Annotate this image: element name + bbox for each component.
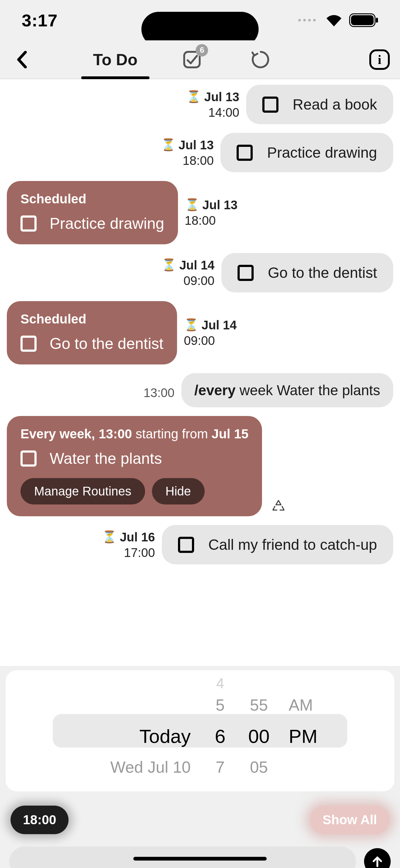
bottom-bar: 18:00 Show All: [0, 791, 400, 868]
routine-subtitle: Every week, 13:00 starting from Jul 15: [21, 427, 248, 441]
task-checkbox[interactable]: [237, 265, 254, 281]
completed-badge: 6: [196, 44, 208, 57]
history-button[interactable]: [249, 49, 272, 71]
tab-todo[interactable]: To Do: [93, 40, 137, 79]
picker-row[interactable]: [6, 781, 394, 791]
hourglass-icon: ⏳: [161, 137, 175, 152]
task-timestamp: ⏳Jul 14 09:00: [162, 257, 214, 288]
hourglass-icon: ⏳: [162, 258, 176, 273]
scheduled-title: Scheduled: [21, 312, 86, 327]
back-button[interactable]: [9, 47, 34, 72]
task-row: ⏳Jul 13 18:00 Practice drawing: [7, 133, 393, 172]
scheduled-bubble[interactable]: Scheduled Practice drawing: [7, 181, 178, 244]
task-label: Go to the dentist: [268, 264, 377, 281]
cellular-dots-icon: [298, 19, 316, 22]
picker-date[interactable]: Today: [70, 725, 203, 747]
picker-ampm[interactable]: PM: [280, 725, 330, 747]
status-bar: 3:17: [0, 0, 400, 40]
picker-row[interactable]: 4: [6, 676, 394, 691]
task-timestamp: ⏳Jul 14 09:00: [184, 317, 237, 348]
picker-row[interactable]: Wed Jul 10705: [6, 753, 394, 781]
status-right: [298, 13, 378, 27]
response-row: Scheduled Practice drawing ⏳Jul 13 18:00: [7, 181, 393, 244]
task-bubble[interactable]: Practice drawing: [221, 133, 393, 172]
info-icon: i: [369, 49, 390, 70]
task-row: ⏳Jul 13 14:00 Read a book: [7, 85, 393, 124]
task-row: 13:00 /every week Water the plants: [7, 373, 393, 407]
command-rest: week Water the plants: [236, 382, 380, 398]
wifi-icon: [326, 14, 342, 26]
home-indicator: [133, 857, 267, 861]
task-label: Read a book: [293, 96, 377, 113]
manage-routines-button[interactable]: Manage Routines: [21, 478, 145, 504]
hourglass-icon: ⏳: [102, 530, 116, 545]
svg-rect-2: [376, 18, 378, 23]
response-row: Scheduled Go to the dentist ⏳Jul 14 09:0…: [7, 301, 393, 365]
task-bubble[interactable]: Call my friend to catch-up: [162, 525, 393, 564]
scheduled-bubble[interactable]: Scheduled Go to the dentist: [7, 301, 177, 365]
scheduled-title: Scheduled: [21, 191, 86, 207]
recycle-icon: [271, 499, 286, 515]
app-header: To Do 6 i: [0, 40, 400, 79]
task-label: Practice drawing: [267, 144, 377, 161]
task-label: Go to the dentist: [49, 335, 163, 353]
hide-button[interactable]: Hide: [152, 478, 205, 504]
hourglass-icon: ⏳: [186, 89, 201, 104]
datetime-picker[interactable]: 4 555AM Today 6 00 PM Wed Jul 10705: [6, 670, 394, 791]
task-label: Water the plants: [49, 450, 162, 468]
tab-todo-label: To Do: [93, 50, 137, 69]
picker-minute[interactable]: 00: [237, 725, 280, 747]
hourglass-icon: ⏳: [184, 318, 198, 333]
picker-row-selected[interactable]: Today 6 00 PM: [6, 719, 394, 753]
svg-rect-1: [351, 15, 374, 25]
info-button[interactable]: i: [368, 49, 391, 71]
task-label: Practice drawing: [49, 215, 164, 232]
task-bubble[interactable]: Go to the dentist: [222, 253, 393, 292]
arrow-up-icon: [371, 855, 384, 868]
command-bubble[interactable]: /every week Water the plants: [181, 373, 393, 407]
task-timestamp: ⏳Jul 13 18:00: [185, 197, 237, 228]
tab-underline: [81, 76, 149, 79]
task-row: ⏳Jul 14 09:00 Go to the dentist: [7, 253, 393, 292]
hourglass-icon: ⏳: [185, 197, 199, 212]
task-bubble[interactable]: Read a book: [246, 85, 393, 124]
battery-icon: [349, 13, 378, 27]
task-timestamp: ⏳Jul 16 17:00: [102, 529, 155, 560]
task-checkbox[interactable]: [237, 145, 253, 161]
task-timestamp: ⏳Jul 13 18:00: [161, 137, 214, 168]
task-row: ⏳Jul 16 17:00 Call my friend to catch-up: [7, 525, 393, 564]
tab-completed[interactable]: 6: [181, 49, 203, 71]
send-button[interactable]: [364, 848, 391, 868]
task-checkbox[interactable]: [262, 97, 278, 113]
task-checkbox[interactable]: [178, 537, 194, 553]
task-label: Call my friend to catch-up: [208, 536, 377, 553]
chat-scroll[interactable]: ⏳Jul 13 14:00 Read a book ⏳Jul 13 18:00 …: [0, 79, 400, 666]
status-time: 3:17: [22, 10, 58, 30]
response-row: Every week, 13:00 starting from Jul 15 W…: [7, 416, 393, 516]
task-checkbox[interactable]: [21, 451, 37, 467]
time-chip[interactable]: 18:00: [10, 806, 69, 834]
command-keyword: /every: [194, 382, 236, 398]
task-checkbox[interactable]: [21, 215, 37, 231]
show-all-chip[interactable]: Show All: [310, 806, 390, 834]
task-checkbox[interactable]: [21, 336, 37, 352]
task-timestamp: ⏳Jul 13 14:00: [186, 89, 239, 120]
task-timestamp: 13:00: [143, 386, 174, 407]
picker-hour[interactable]: 6: [203, 725, 237, 747]
routine-bubble[interactable]: Every week, 13:00 starting from Jul 15 W…: [7, 416, 262, 516]
